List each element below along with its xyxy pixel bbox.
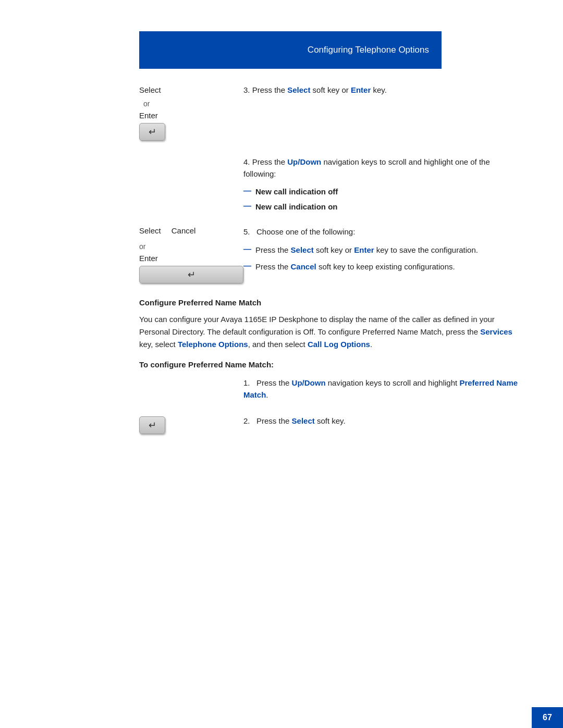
to-configure-section: To configure Preferred Name Match: [139, 360, 521, 369]
step5-cancel-col: Cancel [172, 226, 196, 237]
step5-enter-label: Enter [139, 254, 243, 263]
cfg-step1-cont: navigation keys to scroll and highlight [326, 378, 460, 387]
bullet2-text: New call indication on [255, 201, 338, 213]
page-number: 67 [543, 713, 552, 722]
header-title: Configuring Telephone Options [308, 45, 429, 55]
cfg-desc-p4: . [370, 340, 372, 349]
to-configure-heading: To configure Preferred Name Match: [139, 360, 521, 369]
step3-mid: soft key or [313, 85, 351, 94]
cfg-step1-text: 1. Press the Up/Down navigation keys to … [243, 377, 521, 401]
step5-section: Select Cancel or Enter ↵ 5. Choose one o… [139, 226, 521, 283]
cfg-desc-p1: You can configure your Avaya 1165E IP De… [139, 315, 495, 336]
step3-left: Select or Enter ↵ [139, 84, 243, 141]
step5-select-col: Select [139, 226, 161, 237]
enter-key-button: ↵ [139, 123, 165, 141]
bullet-item-1: — New call indication off [243, 186, 521, 198]
step4-right: 4. Press the Up/Down navigation keys to … [243, 156, 521, 216]
step3-select-bold: Select [287, 85, 310, 94]
cfg-step2-row: ↵ 2. Press the Select soft key. [139, 415, 521, 434]
step5-bullet2: — Press the Cancel soft key to keep exis… [243, 261, 521, 273]
step5-b1-mid: soft key or [314, 245, 354, 254]
cfg-step1-end: . [266, 390, 268, 399]
step5-b2-end: soft key to keep existing configurations… [316, 262, 455, 271]
cfg-step2-right: 2. Press the Select soft key. [243, 415, 521, 427]
cfg-step2-end: soft key. [315, 416, 346, 425]
step4-desc: Press the [252, 157, 288, 166]
step5-key-row: Select Cancel [139, 226, 243, 237]
step4-section: 4. Press the Up/Down navigation keys to … [139, 156, 521, 216]
cfg-step2-left: ↵ [139, 415, 243, 434]
cfg-telephone-options: Telephone Options [178, 340, 248, 349]
header-banner: Configuring Telephone Options [139, 31, 442, 69]
bullet-item-2: — New call indication on [243, 201, 521, 213]
cfg-step1-row: 1. Press the Up/Down navigation keys to … [139, 377, 521, 401]
step5-b1-end: key to save the configuration. [374, 245, 478, 254]
step5-select-label: Select [139, 226, 161, 235]
cfg-step1-desc: Press the [256, 378, 292, 387]
step5-bullet1-text: Press the Select soft key or Enter key t… [255, 244, 478, 256]
step3-enter-bold: Enter [351, 85, 371, 94]
enter-key-icon: ↵ [149, 126, 156, 138]
step5-b2-pre: Press the [255, 262, 291, 271]
step5-intro-text: Choose one of the following: [256, 227, 355, 236]
step3-desc: Press the [252, 85, 288, 94]
step5-bullet2-dash: — [243, 261, 251, 270]
step5-or: or [139, 242, 243, 251]
step5-right: 5. Choose one of the following: — Press … [243, 226, 521, 276]
configure-description: You can configure your Avaya 1165E IP De… [139, 313, 521, 351]
step5-intro: 5. Choose one of the following: [243, 226, 521, 238]
cfg-services-word: Services [480, 327, 512, 336]
step5-number: 5. [243, 227, 250, 236]
step5-b1-pre: Press the [255, 245, 291, 254]
cfg-step1-updown: Up/Down [292, 378, 326, 387]
step4-number: 4. [243, 157, 250, 166]
bullet1-dash: — [243, 186, 251, 195]
configure-steps: 1. Press the Up/Down navigation keys to … [139, 377, 521, 434]
step3-or: or [143, 100, 150, 108]
page-container: Configuring Telephone Options Select or … [0, 31, 563, 728]
cfg-step1-right: 1. Press the Up/Down navigation keys to … [243, 377, 521, 401]
configure-section: Configure Preferred Name Match You can c… [139, 298, 521, 351]
cfg-call-log-options: Call Log Options [308, 340, 370, 349]
step5-bullet1-dash: — [243, 244, 251, 253]
step5-b2-cancel: Cancel [291, 262, 316, 271]
configure-heading: Configure Preferred Name Match [139, 298, 521, 307]
page-number-box: 67 [532, 707, 563, 728]
step5-enter-icon: ↵ [188, 269, 195, 280]
step5-bullet1: — Press the Select soft key or Enter key… [243, 244, 521, 256]
step3-section: Select or Enter ↵ 3. Press the Select so… [139, 84, 521, 141]
enter-key-label: Enter [139, 111, 158, 120]
step3-number: 3. [243, 85, 250, 94]
step5-left: Select Cancel or Enter ↵ [139, 226, 243, 283]
bullet1-text: New call indication off [255, 186, 338, 198]
step3-text: 3. Press the Select soft key or Enter ke… [243, 84, 521, 96]
cfg-enter-icon: ↵ [149, 419, 156, 431]
cfg-step1-number: 1. [243, 378, 250, 387]
step5-enter-key: ↵ [139, 266, 243, 283]
cfg-desc-p3: , and then select [248, 340, 308, 349]
cfg-desc-p2: key, select [139, 340, 178, 349]
select-key-label: Select [139, 85, 161, 94]
cfg-step2-desc: Press the [256, 416, 292, 425]
bullet2-dash: — [243, 201, 251, 210]
cfg-enter-key: ↵ [139, 416, 165, 434]
cfg-step2-number: 2. [243, 416, 250, 425]
cfg-step2-text: 2. Press the Select soft key. [243, 415, 521, 427]
step4-text: 4. Press the Up/Down navigation keys to … [243, 156, 521, 180]
cfg-step2-select: Select [292, 416, 315, 425]
step5-bullet2-text: Press the Cancel soft key to keep existi… [255, 261, 455, 273]
step5-b1-enter: Enter [354, 245, 374, 254]
step4-updown-bold: Up/Down [287, 157, 321, 166]
step3-right: 3. Press the Select soft key or Enter ke… [243, 84, 521, 96]
step5-b1-select: Select [291, 245, 314, 254]
step3-end: key. [373, 85, 386, 94]
step5-cancel-label: Cancel [172, 226, 196, 235]
